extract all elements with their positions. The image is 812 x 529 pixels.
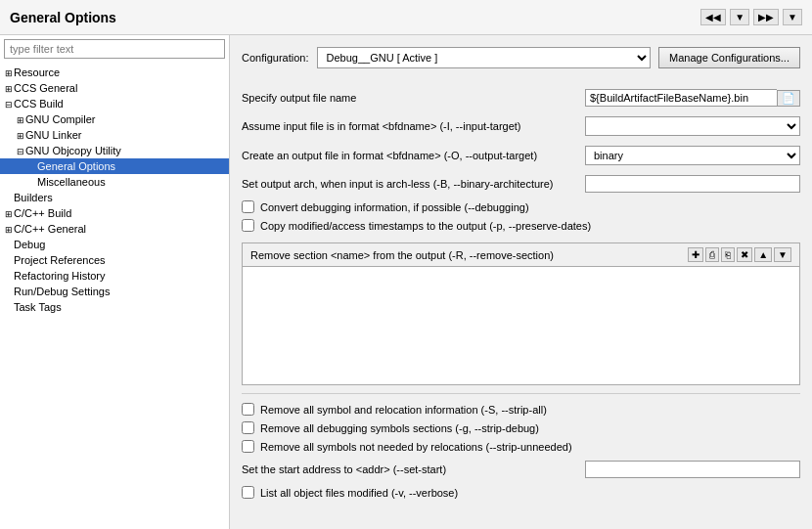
- output-arch-row: Set output arch, when input is arch-less…: [242, 170, 800, 198]
- tree: ⊞Resource⊞CCS General⊟CCS Build⊞GNU Comp…: [0, 63, 229, 529]
- convert-debug-row: Convert debugging information, if possib…: [242, 198, 800, 216]
- input-format-select[interactable]: [585, 116, 800, 136]
- divider-1: [242, 393, 800, 394]
- tree-label-gnu-linker: GNU Linker: [25, 129, 81, 141]
- copy-timestamps-label: Copy modified/access timestamps to the o…: [260, 220, 591, 232]
- copy-timestamps-checkbox[interactable]: [242, 219, 254, 232]
- input-format-row: Assume input file is in format <bfdname>…: [242, 111, 800, 141]
- tree-label-resource: Resource: [14, 66, 60, 78]
- remove-symbol-checkbox[interactable]: [242, 403, 254, 416]
- remove-section-title: Remove section <name> from the output (-…: [250, 249, 554, 261]
- tree-item-project-references[interactable]: Project References: [0, 252, 229, 268]
- list-objects-checkbox[interactable]: [242, 486, 254, 499]
- remove-unneeded-checkbox[interactable]: [242, 440, 254, 453]
- remove-unneeded-label: Remove all symbols not needed by relocat…: [260, 441, 572, 453]
- section-delete-button[interactable]: ✖: [737, 247, 752, 262]
- tree-item-ccs-general[interactable]: ⊞CCS General: [0, 80, 229, 96]
- output-file-input-group: 📄: [585, 89, 800, 107]
- nav-back-button[interactable]: ◀◀: [700, 9, 726, 25]
- tree-label-project-references: Project References: [14, 254, 106, 266]
- tree-label-builders: Builders: [14, 192, 53, 203]
- tree-label-run-debug-settings: Run/Debug Settings: [14, 286, 110, 297]
- tree-item-builders[interactable]: Builders: [0, 190, 229, 205]
- right-panel: Configuration: Debug__GNU [ Active ] Man…: [230, 35, 812, 529]
- remove-debug-symbols-label: Remove all debugging symbols sections (-…: [260, 422, 539, 434]
- tree-item-gnu-objcopy[interactable]: ⊟GNU Objcopy Utility: [0, 143, 229, 158]
- tree-item-debug[interactable]: Debug: [0, 237, 229, 252]
- manage-configurations-button[interactable]: Manage Configurations...: [658, 47, 800, 68]
- tree-expand-gnu-linker: ⊞: [16, 131, 25, 141]
- section-paste-button[interactable]: ⎗: [721, 247, 735, 262]
- page-title: General Options: [10, 10, 700, 25]
- remove-symbol-label: Remove all symbol and relocation informa…: [260, 404, 547, 416]
- tree-label-cpp-build: C/C++ Build: [14, 207, 71, 219]
- tree-item-ccs-build[interactable]: ⊟CCS Build: [0, 96, 229, 111]
- convert-debug-checkbox[interactable]: [242, 200, 254, 213]
- output-file-label: Specify output file name: [242, 92, 577, 104]
- section-copy-button[interactable]: ⎙: [705, 247, 719, 262]
- tree-item-cpp-general[interactable]: ⊞C/C++ General: [0, 221, 229, 237]
- output-format-select[interactable]: binary: [585, 146, 800, 165]
- start-address-input[interactable]: [585, 461, 800, 478]
- left-panel: ⊞Resource⊞CCS General⊟CCS Build⊞GNU Comp…: [0, 35, 230, 529]
- nav-forward-button[interactable]: ▶▶: [753, 9, 779, 25]
- output-format-label: Create an output file in format <bfdname…: [242, 150, 577, 161]
- tree-item-resource[interactable]: ⊞Resource: [0, 65, 229, 80]
- remove-unneeded-row: Remove all symbols not needed by relocat…: [242, 437, 800, 456]
- config-row: Configuration: Debug__GNU [ Active ] Man…: [242, 47, 800, 68]
- tree-expand-ccs-general: ⊞: [4, 84, 14, 94]
- nav-forward-dropdown-button[interactable]: ▼: [783, 9, 802, 25]
- list-objects-label: List all object files modified (-v, --ve…: [260, 487, 458, 499]
- remove-debug-symbols-checkbox[interactable]: [242, 421, 254, 434]
- tree-expand-gnu-compiler: ⊞: [16, 115, 25, 125]
- copy-timestamps-row: Copy modified/access timestamps to the o…: [242, 216, 800, 235]
- config-label: Configuration:: [242, 52, 309, 64]
- tree-expand-ccs-build: ⊟: [4, 100, 14, 110]
- tree-label-gnu-compiler: GNU Compiler: [25, 113, 96, 125]
- tree-expand-gnu-objcopy: ⊟: [16, 147, 25, 156]
- nav-dropdown-button[interactable]: ▼: [730, 9, 749, 25]
- main-layout: ⊞Resource⊞CCS General⊟CCS Build⊞GNU Comp…: [0, 35, 812, 529]
- header: General Options ◀◀ ▼ ▶▶ ▼: [0, 0, 812, 35]
- tree-label-cpp-general: C/C++ General: [14, 223, 86, 235]
- tree-label-refactoring-history: Refactoring History: [14, 270, 106, 282]
- config-select[interactable]: Debug__GNU [ Active ]: [317, 47, 652, 68]
- tree-item-gnu-compiler[interactable]: ⊞GNU Compiler: [0, 111, 229, 127]
- tree-item-task-tags[interactable]: Task Tags: [0, 299, 229, 315]
- tree-expand-cpp-general: ⊞: [4, 225, 14, 235]
- tree-item-refactoring-history[interactable]: Refactoring History: [0, 268, 229, 284]
- output-arch-input[interactable]: [585, 175, 800, 193]
- convert-debug-label: Convert debugging information, if possib…: [260, 201, 529, 213]
- tree-label-general-options: General Options: [37, 160, 115, 172]
- remove-symbol-row: Remove all symbol and relocation informa…: [242, 400, 800, 419]
- filter-input[interactable]: [4, 39, 225, 59]
- start-address-row: Set the start address to <addr> (--set-s…: [242, 456, 800, 483]
- remove-section-body: [243, 267, 799, 384]
- tree-item-gnu-linker[interactable]: ⊞GNU Linker: [0, 127, 229, 143]
- output-file-browse-button[interactable]: 📄: [777, 90, 800, 107]
- tree-label-task-tags: Task Tags: [14, 301, 62, 313]
- tree-label-gnu-objcopy: GNU Objcopy Utility: [25, 145, 121, 156]
- section-down-button[interactable]: ▼: [774, 247, 791, 262]
- output-file-input[interactable]: [585, 89, 777, 107]
- tree-label-debug: Debug: [14, 239, 45, 250]
- tree-label-ccs-general: CCS General: [14, 82, 77, 94]
- output-file-row: Specify output file name 📄: [242, 84, 800, 111]
- tree-item-miscellaneous[interactable]: Miscellaneous: [0, 174, 229, 190]
- tree-label-ccs-build: CCS Build: [14, 98, 64, 110]
- tree-item-general-options[interactable]: General Options: [0, 158, 229, 174]
- remove-section-box: Remove section <name> from the output (-…: [242, 242, 800, 385]
- tree-expand-resource: ⊞: [4, 68, 14, 78]
- section-up-button[interactable]: ▲: [754, 247, 772, 262]
- list-objects-row: List all object files modified (-v, --ve…: [242, 483, 800, 502]
- tree-label-miscellaneous: Miscellaneous: [37, 176, 106, 188]
- start-address-label: Set the start address to <addr> (--set-s…: [242, 463, 577, 475]
- tree-item-cpp-build[interactable]: ⊞C/C++ Build: [0, 205, 229, 221]
- output-arch-label: Set output arch, when input is arch-less…: [242, 178, 577, 190]
- section-add-button[interactable]: ✚: [688, 247, 703, 262]
- output-format-row: Create an output file in format <bfdname…: [242, 141, 800, 170]
- tree-expand-cpp-build: ⊞: [4, 209, 14, 219]
- input-format-label: Assume input file is in format <bfdname>…: [242, 120, 577, 132]
- tree-item-run-debug-settings[interactable]: Run/Debug Settings: [0, 284, 229, 299]
- section-toolbar: ✚ ⎙ ⎗ ✖ ▲ ▼: [688, 247, 791, 262]
